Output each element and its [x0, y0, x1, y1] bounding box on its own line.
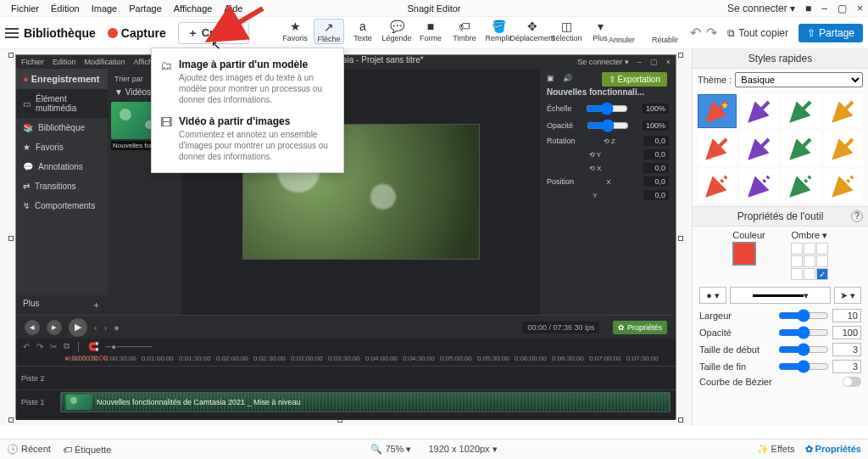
create-image-from-template[interactable]: 🗂 Image à partir d'un modèleAjoutez des …	[152, 53, 343, 110]
start-size-value[interactable]: 3	[832, 343, 861, 356]
ia-side-behaviors[interactable]: ↯ Comportements	[16, 196, 108, 216]
tool-sélection[interactable]: ◫Sélection	[551, 19, 581, 42]
bezier-toggle[interactable]	[843, 377, 861, 387]
redo-icon[interactable]: ↷	[706, 25, 717, 41]
properties-button[interactable]: ✿ Propriétés	[805, 444, 861, 455]
style-arrow[interactable]	[782, 94, 821, 128]
style-arrow[interactable]	[824, 94, 863, 128]
width-value[interactable]: 10	[832, 309, 861, 322]
ia-side-annotations[interactable]: 💬 Annotations	[16, 157, 108, 176]
tl-split-icon[interactable]: │	[76, 342, 81, 351]
prev-icon[interactable]: ◂	[25, 320, 40, 335]
color-swatch[interactable]	[732, 242, 756, 266]
ia-record-tab[interactable]: ● Enregistrement	[16, 69, 108, 89]
track-1-label[interactable]: Piste 1	[16, 398, 60, 406]
menu-icon[interactable]	[5, 28, 19, 38]
menu-edition[interactable]: Édition	[45, 2, 86, 15]
start-size-slider[interactable]	[778, 343, 829, 356]
menu-aide[interactable]: Aide	[218, 2, 248, 15]
style-arrow[interactable]	[740, 169, 779, 203]
start-cap-select[interactable]: ● ▾	[699, 287, 726, 304]
ia-side-library[interactable]: 📚 Bibliothèque	[16, 118, 108, 137]
export-button[interactable]: ⇧ Exportation	[602, 72, 667, 87]
recent-button[interactable]: 🕓 Récent	[7, 444, 51, 455]
tl-undo-icon[interactable]: ↶	[23, 342, 30, 351]
effects-button[interactable]: ✨ Effets	[757, 444, 795, 455]
ia-more[interactable]: Plus	[16, 295, 85, 315]
menu-image[interactable]: Image	[86, 2, 124, 15]
step-back-icon[interactable]: ‹	[94, 322, 97, 333]
style-arrow[interactable]	[698, 94, 737, 128]
undo-icon[interactable]: ↶	[690, 25, 701, 41]
notification-icon[interactable]: ■	[805, 3, 811, 14]
ia-properties-button[interactable]: ✿ Propriétés	[613, 321, 667, 334]
ia-maximize-icon[interactable]: ▢	[650, 58, 658, 66]
play-icon[interactable]: ▶	[69, 318, 87, 337]
timeline-clip[interactable]: Nouvelles fonctionnalités de Camtasia 20…	[60, 392, 670, 412]
ia-close-icon[interactable]: ×	[666, 58, 670, 66]
ia-side-media[interactable]: ▭ Élément multimédia	[16, 89, 108, 118]
slider-opacite[interactable]	[587, 119, 629, 132]
login-link[interactable]: Se connecter ▾	[727, 3, 795, 14]
tag-button[interactable]: 🏷 Étiquette	[63, 445, 111, 455]
tool-timbre[interactable]: 🏷Timbre	[449, 19, 480, 42]
style-arrow[interactable]	[740, 132, 779, 165]
style-arrow[interactable]	[740, 94, 779, 128]
help-icon[interactable]: ?	[851, 210, 863, 222]
opacity-value[interactable]: 100	[832, 326, 861, 339]
close-icon[interactable]: ×	[857, 3, 863, 14]
tl-redo-icon[interactable]: ↷	[36, 342, 43, 351]
maximize-icon[interactable]: ▢	[837, 3, 847, 14]
ia-menu-modification[interactable]: Modification	[85, 58, 125, 66]
opacity-slider[interactable]	[778, 326, 829, 339]
library-link[interactable]: Bibliothèque	[24, 26, 96, 40]
ia-menu-fichier[interactable]: Fichier	[21, 58, 44, 66]
style-arrow[interactable]	[824, 169, 863, 203]
tool-légende[interactable]: 💬Légende	[381, 19, 412, 42]
end-size-slider[interactable]	[778, 360, 829, 373]
tl-zoom-slider[interactable]: ─●──────	[105, 342, 153, 351]
style-arrow[interactable]	[698, 169, 737, 203]
share-button[interactable]: ⇧Partage	[798, 24, 863, 42]
step-fwd-icon[interactable]: ›	[104, 322, 108, 333]
tool-forme[interactable]: ■Forme	[415, 19, 446, 42]
tool-texte[interactable]: aTexte	[348, 19, 378, 42]
menu-partage[interactable]: Partage	[123, 2, 168, 15]
next-icon[interactable]: ▸	[47, 320, 62, 335]
shadow-picker[interactable]: ✓	[791, 243, 828, 280]
ia-props-view-icon[interactable]: ▣	[547, 74, 554, 82]
track-2-label[interactable]: Piste 2	[16, 374, 60, 383]
style-arrow[interactable]	[782, 132, 821, 165]
ia-add-icon[interactable]: ＋	[85, 295, 108, 315]
ia-minimize-icon[interactable]: –	[637, 58, 642, 66]
end-size-value[interactable]: 3	[832, 360, 861, 373]
tool-favoris[interactable]: ★Favoris	[280, 19, 310, 42]
line-style-select[interactable]: ▾	[730, 287, 831, 304]
minimize-icon[interactable]: –	[821, 3, 827, 14]
tl-copy-icon[interactable]: ⧉	[64, 341, 70, 351]
theme-select[interactable]: Basique	[735, 72, 863, 87]
ia-login[interactable]: Se connecter ▾	[577, 58, 629, 66]
end-cap-select[interactable]: ➤ ▾	[834, 287, 861, 304]
style-arrow[interactable]	[698, 132, 737, 165]
tl-magnet-icon[interactable]: 🧲	[88, 342, 98, 351]
style-arrow[interactable]	[782, 169, 821, 203]
ia-props-audio-icon[interactable]: 🔊	[563, 74, 572, 82]
dimensions-dropdown[interactable]: 1920 x 1020px ▾	[428, 444, 497, 455]
slider-echelle[interactable]	[586, 102, 628, 115]
ia-menu-edition[interactable]: Edition	[53, 58, 76, 66]
menu-affichage[interactable]: Affichage	[168, 2, 219, 15]
tool-flèche[interactable]: ↗Flèche	[314, 19, 344, 44]
shadow-label[interactable]: Ombre ▾	[791, 230, 828, 241]
zoom-dropdown[interactable]: 🔍 75% ▾	[370, 444, 411, 455]
tool-déplacement[interactable]: ✥Déplacement	[517, 19, 548, 42]
menu-fichier[interactable]: Fichier	[5, 2, 45, 15]
style-arrow[interactable]	[824, 132, 863, 165]
width-slider[interactable]	[778, 309, 829, 322]
tl-cut-icon[interactable]: ✂	[50, 342, 57, 351]
ia-side-transitions[interactable]: ⇄ Transitions	[16, 176, 108, 196]
copy-all-button[interactable]: ⧉Tout copier	[722, 25, 793, 42]
create-video-from-images[interactable]: 🎞 Vidéo à partir d'imagesCommentez et an…	[152, 110, 343, 167]
capture-button[interactable]: Capture	[108, 26, 166, 40]
ia-side-favorites[interactable]: ★ Favoris	[16, 137, 108, 157]
